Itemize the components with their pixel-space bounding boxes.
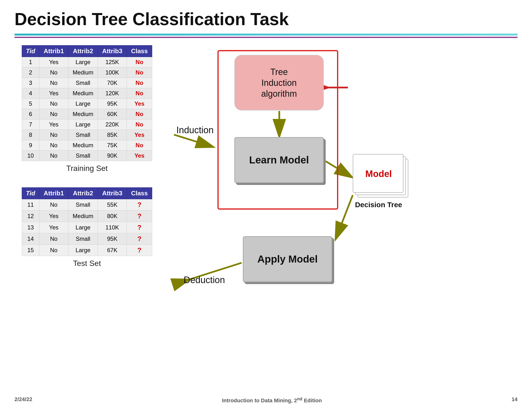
col-attrib1: Attrib1 [39, 45, 68, 57]
learn-model-box: Learn Model [234, 137, 324, 183]
table-cell: 6 [22, 109, 39, 119]
test-col-attrib2: Attrib2 [68, 188, 98, 199]
footer-page-num: 14 [512, 396, 517, 404]
training-table: Tid Attrib1 Attrib2 Attrib3 Class 1YesLa… [22, 45, 152, 161]
table-cell: Medium [68, 211, 98, 222]
table-row: 11NoSmall55K? [22, 199, 152, 211]
table-cell: No [127, 119, 152, 130]
table-cell: Yes [39, 57, 68, 68]
learn-model-label: Learn Model [249, 154, 309, 166]
table-cell: Large [68, 245, 98, 256]
table-cell: Small [68, 199, 98, 211]
test-col-class: Class [127, 188, 152, 199]
test-col-attrib3: Attrib3 [98, 188, 127, 199]
table-cell: 4 [22, 88, 39, 99]
tree-induction-box: TreeInductionalgorithm [234, 55, 324, 110]
table-row: 14NoSmall95K? [22, 233, 152, 245]
footer-date: 2/24/22 [15, 396, 32, 404]
induction-label: Induction [176, 125, 214, 135]
table-row: 9NoMedium75KNo [22, 140, 152, 151]
col-tid: Tid [22, 45, 39, 57]
table-cell: ? [127, 199, 152, 211]
table-cell: No [127, 78, 152, 88]
table-cell: Small [68, 130, 98, 140]
table-cell: Medium [68, 140, 98, 151]
table-cell: 1 [22, 57, 39, 68]
main-content: Tid Attrib1 Attrib2 Attrib3 Class 1YesLa… [0, 38, 532, 379]
table-cell: 60K [98, 109, 127, 119]
table-cell: Large [68, 119, 98, 130]
table-cell: Yes [127, 130, 152, 140]
training-table-container: Tid Attrib1 Attrib2 Attrib3 Class 1YesLa… [15, 45, 169, 173]
table-cell: Small [68, 78, 98, 88]
table-cell: Large [68, 57, 98, 68]
table-cell: 11 [22, 199, 39, 211]
apply-model-label: Apply Model [257, 253, 318, 265]
table-cell: 8 [22, 130, 39, 140]
table-cell: 80K [98, 211, 127, 222]
table-cell: ? [127, 233, 152, 245]
table-cell: Small [68, 151, 98, 161]
model-card-front: Model [353, 154, 403, 193]
table-cell: Yes [39, 119, 68, 130]
table-cell: 15 [22, 245, 39, 256]
table-cell: No [127, 88, 152, 99]
decision-tree-label: Decision Tree [353, 200, 404, 209]
col-class: Class [127, 45, 152, 57]
table-cell: 100K [98, 68, 127, 78]
footer: 2/24/22 Introduction to Data Mining, 2nd… [0, 396, 532, 404]
table-cell: No [39, 151, 68, 161]
table-cell: No [127, 68, 152, 78]
col-attrib2: Attrib2 [68, 45, 98, 57]
test-col-tid: Tid [22, 188, 39, 199]
table-cell: 120K [98, 88, 127, 99]
svg-line-5 [174, 135, 213, 147]
algo-label: TreeInductionalgorithm [261, 67, 297, 99]
test-table-container: Tid Attrib1 Attrib2 Attrib3 Class 11NoSm… [15, 187, 169, 268]
table-row: 4YesMedium120KNo [22, 88, 152, 99]
table-cell: 2 [22, 68, 39, 78]
table-cell: 95K [98, 99, 127, 109]
table-cell: Medium [68, 68, 98, 78]
table-cell: 125K [98, 57, 127, 68]
table-cell: 13 [22, 222, 39, 233]
table-row: 12YesMedium80K? [22, 211, 152, 222]
table-cell: ? [127, 222, 152, 233]
table-cell: 75K [98, 140, 127, 151]
table-cell: No [39, 245, 68, 256]
page-title: Decision Tree Classification Task [0, 0, 532, 29]
table-cell: Small [68, 233, 98, 245]
table-cell: ? [127, 211, 152, 222]
table-cell: 7 [22, 119, 39, 130]
table-cell: Medium [68, 109, 98, 119]
diagram-area: TreeInductionalgorithm Learn Model Apply… [169, 45, 517, 379]
table-cell: Yes [127, 99, 152, 109]
deduction-label: Deduction [184, 275, 225, 285]
table-cell: 10 [22, 151, 39, 161]
table-cell: Yes [39, 222, 68, 233]
table-row: 15NoLarge67K? [22, 245, 152, 256]
table-cell: Yes [39, 88, 68, 99]
table-row: 3NoSmall70KNo [22, 78, 152, 88]
svg-line-7 [336, 195, 353, 239]
table-cell: 14 [22, 233, 39, 245]
apply-model-box: Apply Model [243, 236, 332, 282]
table-cell: 95K [98, 233, 127, 245]
model-stack: Model [353, 154, 408, 197]
table-cell: 70K [98, 78, 127, 88]
header-decoration [15, 34, 517, 38]
table-row: 5NoLarge95KYes [22, 99, 152, 109]
table-cell: 85K [98, 130, 127, 140]
table-cell: 3 [22, 78, 39, 88]
table-cell: No [39, 109, 68, 119]
table-cell: 220K [98, 119, 127, 130]
training-set-label: Training Set [22, 164, 152, 173]
table-cell: 90K [98, 151, 127, 161]
test-table: Tid Attrib1 Attrib2 Attrib3 Class 11NoSm… [22, 187, 152, 256]
table-cell: Yes [39, 211, 68, 222]
table-cell: 55K [98, 199, 127, 211]
table-cell: No [39, 233, 68, 245]
table-cell: 110K [98, 222, 127, 233]
table-cell: No [39, 78, 68, 88]
table-row: 10NoSmall90KYes [22, 151, 152, 161]
